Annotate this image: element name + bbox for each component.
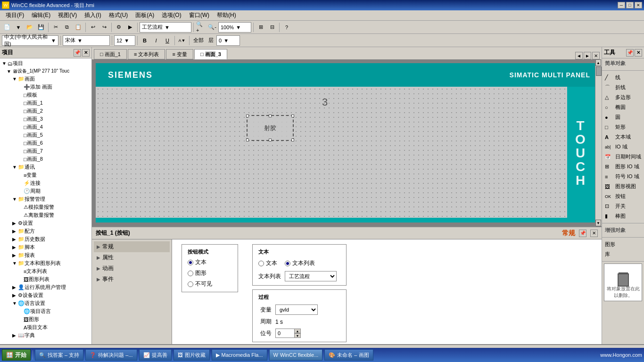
font-dropdown[interactable]: 宋体▼ xyxy=(63,35,110,46)
scroll-down[interactable]: ▼ xyxy=(595,220,601,226)
tree-root[interactable]: ▼ 🗂 项目 xyxy=(1,59,91,67)
tree-devconfig[interactable]: ▶ ⚙ 设备设置 xyxy=(1,291,91,299)
tree-screen5[interactable]: □ 画面_5 xyxy=(1,131,91,139)
tree-template[interactable]: □ 模板 xyxy=(1,91,91,99)
redo-button[interactable]: ↪ xyxy=(99,22,109,33)
tree-settings[interactable]: ▶ ⚙ 设置 xyxy=(1,219,91,227)
tree-comm-folder[interactable]: ▼ 📁 通讯 xyxy=(1,163,91,171)
tree-arrow-history[interactable]: ▶ xyxy=(12,237,18,242)
zoom-in-button[interactable]: 🔍+ xyxy=(196,22,206,33)
start-button[interactable]: 🪟 开始 xyxy=(2,349,31,361)
tool-polyline[interactable]: ⌒ 折线 xyxy=(602,82,644,92)
pos-up[interactable]: ▲ xyxy=(294,329,301,333)
layer-dropdown[interactable]: 0▼ xyxy=(216,35,240,46)
menu-help[interactable]: 帮助(H) xyxy=(213,10,240,20)
right-panel-pin[interactable]: 📌 xyxy=(626,49,634,57)
fontsize-dropdown[interactable]: 12▼ xyxy=(114,35,135,46)
align-button[interactable]: ⊞ xyxy=(256,22,266,33)
grid-button[interactable]: ⊟ xyxy=(267,22,277,33)
tool-graphic[interactable]: 图形 xyxy=(602,239,644,249)
tree-arrow-report[interactable]: ▶ xyxy=(12,253,18,258)
tree-script[interactable]: ▶ 📁 脚本 xyxy=(1,243,91,251)
props-nav-anim[interactable]: ▶ 动画 xyxy=(94,263,170,274)
taskbar-support[interactable]: 🔍 找答案 – 支持 xyxy=(35,349,83,361)
new-dropdown[interactable]: ▼ xyxy=(13,22,24,33)
tree-langsettings[interactable]: ▼ 🌐 语言设置 xyxy=(1,299,91,307)
tree-arrow-device[interactable]: ▼ xyxy=(7,69,12,74)
pos-down[interactable]: ▼ xyxy=(294,333,301,338)
tab-textlist[interactable]: ≡ 文本列表 xyxy=(128,49,165,59)
tree-screen-folder[interactable]: ▼ 📁 画面 xyxy=(1,75,91,83)
tree-arrow-alarm[interactable]: ▼ xyxy=(12,197,18,202)
run-button[interactable]: ▶ xyxy=(125,22,135,33)
textlist-dropdown[interactable]: 工艺流程 xyxy=(285,271,337,281)
tool-button[interactable]: OK 按钮 xyxy=(602,191,644,201)
radio-invisible-label[interactable]: 不可见 xyxy=(188,280,232,288)
tool-datetime[interactable]: 📅 日期时间域 xyxy=(602,152,644,162)
zoom-out-button[interactable]: 🔍- xyxy=(207,22,217,33)
right-panel-scroll[interactable]: 简单对象 ╱ 线 ⌒ 折线 △ 多边形 ○ 椭圆 xyxy=(602,58,644,344)
tree-screen4[interactable]: □ 画面_4 xyxy=(1,123,91,131)
language-dropdown[interactable]: 中文(中华人民共和国)▼ xyxy=(2,35,58,46)
tree-analog-alarm[interactable]: ⚠ 模拟量报警 xyxy=(1,203,91,211)
tree-projtext[interactable]: A 项目文本 xyxy=(1,323,91,331)
tree-textlist[interactable]: ≡ 文本列表 xyxy=(1,267,91,275)
taskbar-improve[interactable]: 📈 提高善 xyxy=(139,349,172,361)
tree-arrow-recipe[interactable]: ▶ xyxy=(12,229,18,234)
tree-alarm-folder[interactable]: ▼ 📁 报警管理 xyxy=(1,195,91,203)
taskbar-paint[interactable]: 🎨 未命名 – 画图 xyxy=(324,349,373,361)
help-button[interactable]: ? xyxy=(281,22,292,33)
right-panel-close[interactable]: ✕ xyxy=(635,49,642,57)
tree-screen1[interactable]: □ 画面_1 xyxy=(1,99,91,107)
menu-view[interactable]: 视图(V) xyxy=(54,10,81,20)
cut-button[interactable]: ✂ xyxy=(50,22,61,33)
tab-screen1[interactable]: □ 画面_1 xyxy=(94,49,127,59)
tree-report[interactable]: ▶ 📁 报表 xyxy=(1,251,91,259)
tool-library[interactable]: 库 xyxy=(602,249,644,259)
bold-button[interactable]: B xyxy=(140,35,150,46)
taskbar-macromedia[interactable]: ▶ Macromedia Fla... xyxy=(212,349,267,361)
taskbar-wincc[interactable]: W WinCC flexible... xyxy=(269,349,323,361)
tool-bargraph[interactable]: ▮ 棒图 xyxy=(602,211,644,221)
tree-textgraphic[interactable]: ▼ 📁 文本和图形列表 xyxy=(1,259,91,267)
props-nav-general[interactable]: ▶ 常规 xyxy=(94,241,170,252)
menu-options[interactable]: 选项(O) xyxy=(158,10,185,20)
paste-button[interactable]: 📋 xyxy=(73,22,83,33)
tree-cycle[interactable]: 🕐 周期 xyxy=(1,187,91,195)
tab-nav-left[interactable]: ◄ xyxy=(575,52,583,59)
italic-button[interactable]: I xyxy=(151,35,161,46)
project-tree[interactable]: ▼ 🗂 项目 ▼ 🖥 设备_1(MP 277 10'' Touc ▼ 📁 画面 … xyxy=(0,58,91,344)
compile-button[interactable]: ⚙ xyxy=(114,22,124,33)
open-button[interactable]: 📂 xyxy=(25,22,35,33)
tree-screen2[interactable]: □ 画面_2 xyxy=(1,107,91,115)
left-panel-pin[interactable]: 📌 xyxy=(74,49,81,57)
tree-history[interactable]: ▶ 📁 历史数据 xyxy=(1,235,91,243)
tree-graphic[interactable]: 🖼 图形 xyxy=(1,315,91,323)
scroll-up[interactable]: ▲ xyxy=(595,59,601,66)
menu-project[interactable]: 项目(F) xyxy=(2,10,28,20)
tool-polygon[interactable]: △ 多边形 xyxy=(602,92,644,102)
tool-rect[interactable]: □ 矩形 xyxy=(602,122,644,132)
menu-format[interactable]: 格式(U) xyxy=(105,10,132,20)
minimize-button[interactable]: ─ xyxy=(618,2,625,8)
tree-conn[interactable]: ⚡ 连接 xyxy=(1,179,91,187)
tree-arrow-root[interactable]: ▼ xyxy=(2,61,8,66)
taskbar-gallery[interactable]: 🖼 图片收藏 xyxy=(173,349,210,361)
tool-line[interactable]: ╱ 线 xyxy=(602,73,644,82)
radio-plain-text-label[interactable]: 文本 xyxy=(258,259,277,267)
tree-screen7[interactable]: □ 画面_7 xyxy=(1,147,91,155)
tree-arrow-script[interactable]: ▶ xyxy=(12,245,18,250)
color-button[interactable]: A▼ xyxy=(177,35,187,46)
props-pin[interactable]: 📌 xyxy=(579,230,586,237)
tree-arrow-tg[interactable]: ▼ xyxy=(12,261,18,266)
tree-graphiclist[interactable]: 🖼 图形列表 xyxy=(1,275,91,283)
button-widget[interactable]: 射胶 xyxy=(247,115,294,141)
menu-edit[interactable]: 编辑(E) xyxy=(28,10,54,20)
dotted-canvas[interactable]: 3 射胶 xyxy=(96,87,567,218)
props-nav-event[interactable]: ▶ 事件 xyxy=(94,274,170,285)
tree-screen3[interactable]: □ 画面_3 xyxy=(1,115,91,123)
menu-insert[interactable]: 插入(I) xyxy=(81,10,105,20)
taskbar-pending[interactable]: ❓ 待解决问题 –... xyxy=(85,349,137,361)
zoom-dropdown[interactable]: 100%▼ xyxy=(218,22,251,33)
tree-arrow-screens[interactable]: ▼ xyxy=(12,76,18,82)
